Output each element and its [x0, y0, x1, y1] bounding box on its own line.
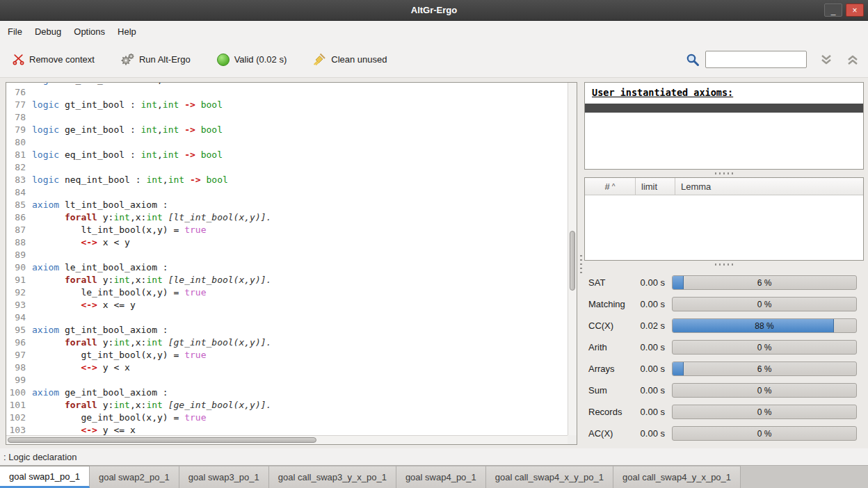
code-line: 97 gt_int_bool(x,y) = true — [6, 349, 568, 361]
line-number: 83 — [6, 174, 32, 186]
code-line: 98 <-> y < x — [6, 361, 568, 374]
code-text: <-> y <= x — [32, 424, 136, 435]
line-number: 89 — [6, 249, 32, 261]
code-text: logic lt_int_bool : int,int -> bool — [32, 83, 223, 86]
line-number: 97 — [6, 349, 32, 361]
line-number: 80 — [6, 136, 32, 149]
menu-item-help[interactable]: Help — [111, 23, 143, 40]
goal-tab-goal-call-swap4-x-y-po-1[interactable]: goal call_swap4_x_y_po_1 — [486, 466, 613, 488]
goal-tab-goal-call-swap3-y-x-po-1[interactable]: goal call_swap3_y_x_po_1 — [269, 466, 396, 488]
stat-progressbar: 6 % — [672, 275, 857, 290]
toolbar: Remove context — [0, 42, 868, 78]
menu-item-debug[interactable]: Debug — [29, 23, 67, 40]
statistics-panel: SAT0.00 s6 %Matching0.00 s0 %CC(X)0.02 s… — [584, 268, 864, 445]
valid-status-icon — [217, 54, 230, 66]
code-line: 82 — [6, 161, 568, 174]
axioms-selected-row[interactable] — [585, 104, 863, 113]
search-input[interactable] — [705, 51, 807, 68]
editor-right-splitter[interactable] — [577, 82, 584, 445]
code-line: 88 <-> x < y — [6, 236, 568, 249]
stat-percent: 0 % — [673, 427, 856, 440]
line-number: 100 — [6, 387, 32, 399]
minimize-button[interactable]: _ — [824, 3, 842, 17]
code-line: 101 forall y:int,x:int [ge_int_bool(x,y)… — [6, 399, 568, 412]
line-number: 93 — [6, 299, 32, 311]
instantiated-axioms-panel: User instantiated axioms: — [584, 82, 864, 170]
line-number: 81 — [6, 149, 32, 161]
column-header-number[interactable]: # ^ — [585, 178, 636, 195]
column-header-lemma[interactable]: Lemma — [675, 178, 863, 195]
stat-label: Arith — [588, 342, 633, 352]
editor-horizontal-scrollbar[interactable] — [6, 435, 568, 444]
stat-label: Matching — [588, 299, 633, 309]
stat-progressbar: 88 % — [672, 318, 857, 333]
line-number: 96 — [6, 336, 32, 349]
axioms-table-splitter[interactable] — [584, 170, 864, 177]
line-number: 79 — [6, 124, 32, 136]
lemma-table: # ^ limit Lemma — [584, 177, 864, 261]
lemma-table-body[interactable] — [585, 195, 863, 260]
code-line: 90axiom le_int_bool_axiom : — [6, 261, 568, 274]
stat-time: 0.00 s — [633, 407, 665, 417]
code-editor[interactable]: 75logic lt_int_bool : int,int -> bool767… — [6, 82, 577, 445]
goal-tabbar: goal swap1_po_1goal swap2_po_1goal swap3… — [0, 465, 868, 488]
stat-percent: 0 % — [673, 341, 856, 354]
stat-label: SAT — [588, 277, 633, 288]
stat-row-ac-x: AC(X)0.00 s0 % — [588, 423, 862, 444]
clean-unused-button[interactable]: Clean unused — [309, 50, 391, 69]
status-text: : Logic declaration — [3, 452, 77, 462]
code-line: 83logic neq_int_bool : int,int -> bool — [6, 174, 568, 186]
code-line: 91 forall y:int,x:int [le_int_bool(x,y)]… — [6, 274, 568, 286]
number-column-label: # — [605, 181, 610, 192]
goal-tab-goal-call-swap4-y-x-po-1[interactable]: goal call_swap4_y_x_po_1 — [613, 466, 741, 488]
stat-percent: 6 % — [673, 276, 856, 289]
column-header-limit[interactable]: limit — [636, 178, 675, 195]
code-view[interactable]: 75logic lt_int_bool : int,int -> bool767… — [6, 83, 568, 435]
remove-context-button[interactable]: Remove context — [8, 51, 99, 68]
menu-item-file[interactable]: File — [1, 23, 29, 40]
vertical-scrollbar-thumb[interactable] — [570, 231, 575, 291]
stat-label: Sum — [588, 385, 633, 396]
goal-tab-goal-swap4-po-1[interactable]: goal swap4_po_1 — [396, 466, 486, 488]
line-number: 95 — [6, 324, 32, 336]
remove-context-label: Remove context — [29, 54, 95, 65]
code-line: 80 — [6, 136, 568, 149]
stat-percent: 0 % — [673, 298, 856, 311]
editor-vertical-scrollbar[interactable] — [568, 83, 577, 435]
stat-percent: 0 % — [673, 384, 856, 397]
stat-label: Records — [588, 407, 633, 417]
code-line: 85axiom lt_int_bool_axiom : — [6, 199, 568, 211]
collapse-all-button[interactable] — [846, 54, 860, 65]
search-icon — [686, 53, 700, 67]
stat-row-sum: Sum0.00 s0 % — [588, 380, 862, 401]
sort-ascending-icon: ^ — [612, 183, 616, 190]
stat-time: 0.00 s — [633, 385, 665, 396]
gears-icon — [121, 53, 134, 66]
goal-tab-goal-swap3-po-1[interactable]: goal swap3_po_1 — [179, 466, 269, 488]
expand-all-button[interactable] — [819, 54, 833, 65]
goal-tab-goal-swap2-po-1[interactable]: goal swap2_po_1 — [90, 466, 179, 488]
code-line: 92 le_int_bool(x,y) = true — [6, 286, 568, 299]
code-text: ge_int_bool(x,y) = true — [32, 412, 206, 424]
code-line: 84 — [6, 186, 568, 199]
stat-label: AC(X) — [588, 428, 633, 439]
line-number: 88 — [6, 236, 32, 249]
code-text: le_int_bool(x,y) = true — [32, 286, 206, 299]
stat-progressbar: 0 % — [672, 297, 857, 311]
goal-tab-goal-swap1-po-1[interactable]: goal swap1_po_1 — [0, 466, 90, 488]
close-button[interactable]: × — [846, 3, 864, 17]
horizontal-scrollbar-thumb[interactable] — [8, 437, 316, 443]
stat-percent: 88 % — [673, 319, 856, 332]
line-number: 90 — [6, 261, 32, 274]
code-line: 76 — [6, 86, 568, 99]
run-alt-ergo-button[interactable]: Run Alt-Ergo — [117, 50, 195, 69]
line-number: 87 — [6, 224, 32, 236]
stat-row-sat: SAT0.00 s6 % — [588, 272, 862, 293]
code-text: axiom le_int_bool_axiom : — [32, 261, 168, 274]
table-stats-splitter[interactable] — [584, 261, 864, 268]
titlebar: AltGr-Ergo _ × — [0, 0, 868, 21]
menu-item-options[interactable]: Options — [67, 23, 111, 40]
app-window: AltGr-Ergo _ × FileDebugOptionsHelp Remo… — [0, 0, 868, 488]
splitter-grip — [714, 263, 734, 266]
code-text: forall y:int,x:int [gt_int_bool(x,y)]. — [32, 336, 271, 349]
